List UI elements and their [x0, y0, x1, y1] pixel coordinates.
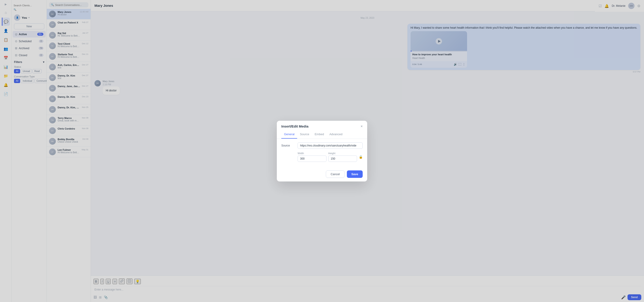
modal-source-row: Source — [281, 142, 363, 149]
height-input[interactable] — [328, 156, 357, 162]
modal-tab-general[interactable]: General — [281, 131, 297, 139]
modal-dimensions: Width Height 🔒 — [298, 152, 363, 162]
height-group: Height — [328, 152, 357, 162]
modal-tab-source[interactable]: Source — [297, 131, 312, 139]
width-label: Width — [298, 152, 326, 155]
cancel-button[interactable]: Cancel — [326, 170, 344, 178]
modal-overlay: Insert/Edit Media × General Source Embed… — [0, 0, 644, 302]
width-group: Width — [298, 152, 326, 162]
source-label: Source — [281, 144, 295, 147]
height-label: Height — [328, 152, 357, 155]
modal-tabs: General Source Embed Advanced — [277, 128, 367, 139]
save-button[interactable]: Save — [347, 170, 363, 178]
modal-title: Insert/Edit Media — [281, 124, 308, 128]
insert-edit-media-modal: Insert/Edit Media × General Source Embed… — [277, 121, 367, 181]
modal-close-button[interactable]: × — [361, 124, 363, 128]
modal-footer: Cancel Save — [277, 169, 367, 181]
lock-aspect-ratio-icon[interactable]: 🔒 — [359, 155, 363, 159]
source-input[interactable] — [298, 142, 363, 149]
modal-header: Insert/Edit Media × — [277, 121, 367, 128]
modal-dimensions-row: Width Height 🔒 — [281, 152, 363, 162]
modal-body: Source Width Height 🔒 — [277, 139, 367, 169]
width-input[interactable] — [298, 156, 326, 162]
modal-tab-advanced[interactable]: Advanced — [327, 131, 345, 139]
modal-tab-embed[interactable]: Embed — [312, 131, 326, 139]
